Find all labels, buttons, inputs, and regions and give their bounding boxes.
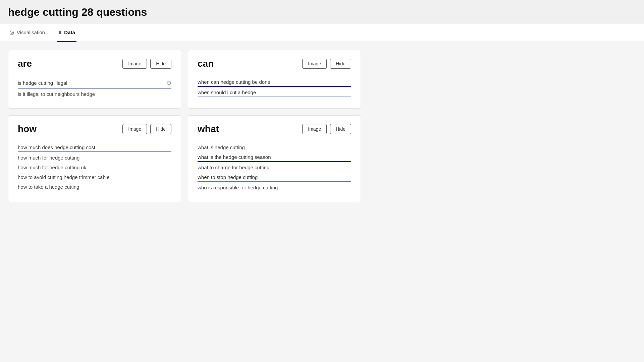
image-button-how[interactable]: Image: [122, 124, 147, 134]
hide-button-are[interactable]: Hide: [150, 59, 171, 69]
list-item: how to avoid cutting hedge trimmer cable: [18, 172, 171, 182]
tab-data[interactable]: ≡ Data: [57, 24, 76, 42]
list-item-text: how much for hedge cutting uk: [18, 165, 86, 170]
card-list-can: when can hedge cutting be donewhen shoul…: [198, 77, 351, 98]
image-button-are[interactable]: Image: [122, 59, 147, 69]
list-item: how much does hedge cutting cost: [18, 142, 171, 152]
card-title-can: can: [198, 58, 302, 69]
card-buttons-what: ImageHide: [302, 124, 351, 134]
list-item-text: what is the hedge cutting season: [198, 154, 271, 160]
tab-visualisation[interactable]: ◎ Visualisation: [8, 24, 46, 42]
image-button-what[interactable]: Image: [302, 124, 327, 134]
card-what: whatImageHidewhat is hedge cuttingwhat i…: [188, 115, 361, 202]
minus-icon[interactable]: ⊖: [166, 79, 171, 86]
list-item-text: what is hedge cutting: [198, 144, 245, 150]
list-item-text: when should i cut a hedge: [198, 89, 256, 95]
tab-bar: ◎ Visualisation ≡ Data: [0, 23, 644, 42]
list-item-text: how much does hedge cutting cost: [18, 144, 95, 150]
page-header: hedge cutting 28 questions: [0, 0, 644, 23]
card-header-how: howImageHide: [18, 124, 171, 134]
list-item-text: how to take a hedge cutting: [18, 184, 79, 190]
list-item-text: how to avoid cutting hedge trimmer cable: [18, 174, 109, 180]
card-header-can: canImageHide: [198, 58, 351, 69]
image-button-can[interactable]: Image: [302, 59, 327, 69]
card-title-how: how: [18, 124, 122, 134]
list-item: when should i cut a hedge: [198, 87, 351, 97]
main-content: areImageHideis hedge cutting illegal⊖is …: [0, 42, 369, 210]
card-header-what: whatImageHide: [198, 124, 351, 134]
list-item-text: when can hedge cutting be done: [198, 79, 270, 85]
card-buttons-how: ImageHide: [122, 124, 171, 134]
card-are: areImageHideis hedge cutting illegal⊖is …: [8, 50, 181, 109]
card-title-are: are: [18, 58, 122, 69]
card-buttons-can: ImageHide: [302, 59, 351, 69]
card-list-what: what is hedge cuttingwhat is the hedge c…: [198, 142, 351, 192]
card-how: howImageHidehow much does hedge cutting …: [8, 115, 181, 202]
list-item-text: who is responsible for hedge cutting: [198, 185, 278, 190]
list-item: when to stop hedge cutting: [198, 172, 351, 182]
list-item: what to charge for hedge cutting: [198, 163, 351, 172]
card-header-are: areImageHide: [18, 58, 171, 69]
card-can: canImageHidewhen can hedge cutting be do…: [188, 50, 361, 109]
hide-button-what[interactable]: Hide: [330, 124, 351, 134]
list-item-text: when to stop hedge cutting: [198, 174, 258, 180]
list-item-text: how much for hedge cutting: [18, 155, 79, 161]
list-item: is hedge cutting illegal⊖: [18, 77, 171, 88]
list-item-text: is it illegal to cut neighbours hedge: [18, 91, 95, 97]
visualisation-icon: ◎: [9, 29, 14, 36]
list-item: when can hedge cutting be done: [198, 77, 351, 87]
hide-button-how[interactable]: Hide: [150, 124, 171, 134]
list-item: what is hedge cutting: [198, 142, 351, 152]
hide-button-can[interactable]: Hide: [330, 59, 351, 69]
card-list-are: is hedge cutting illegal⊖is it illegal t…: [18, 77, 171, 99]
card-list-how: how much does hedge cutting costhow much…: [18, 142, 171, 192]
card-buttons-are: ImageHide: [122, 59, 171, 69]
list-item-text: what to charge for hedge cutting: [198, 165, 269, 170]
list-item: how to take a hedge cutting: [18, 182, 171, 192]
page-title: hedge cutting 28 questions: [8, 6, 636, 18]
list-item: how much for hedge cutting: [18, 153, 171, 163]
card-title-what: what: [198, 124, 302, 134]
list-item: is it illegal to cut neighbours hedge: [18, 89, 171, 99]
tab-visualisation-label: Visualisation: [17, 29, 45, 35]
list-item: who is responsible for hedge cutting: [198, 183, 351, 192]
list-item: what is the hedge cutting season: [198, 152, 351, 162]
data-icon: ≡: [58, 29, 61, 36]
list-item-text: is hedge cutting illegal: [18, 80, 67, 86]
list-item: how much for hedge cutting uk: [18, 163, 171, 172]
tab-data-label: Data: [64, 29, 75, 35]
